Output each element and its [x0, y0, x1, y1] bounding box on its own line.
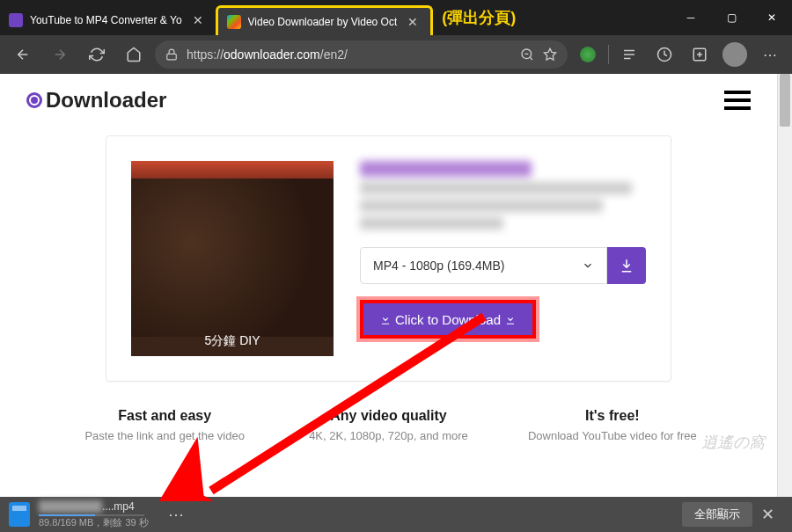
features-row: Fast and easy Paste the link and get the…	[53, 408, 724, 442]
window-controls: ─ ▢ ✕	[671, 0, 792, 35]
download-icon-button[interactable]	[607, 247, 646, 284]
site-header: Downloader	[0, 74, 777, 127]
page-content: Downloader 5分鐘 DIY MP4 - 1080p (169.4MB)	[0, 74, 792, 497]
lock-icon	[165, 48, 178, 61]
back-button[interactable]	[7, 39, 39, 70]
url-text: https://odownloader.com/en2/	[187, 47, 348, 62]
feature-title: It's free!	[510, 408, 715, 424]
home-button[interactable]	[118, 39, 150, 70]
download-card: 5分鐘 DIY MP4 - 1080p (169.4MB) Clic	[106, 135, 671, 382]
favorite-icon[interactable]	[543, 47, 557, 62]
file-icon	[9, 502, 30, 527]
download-more-button[interactable]: ⋯	[158, 505, 194, 524]
divider	[608, 45, 609, 64]
extension-icon[interactable]	[573, 40, 603, 69]
close-icon[interactable]: ✕	[189, 13, 207, 27]
download-icon	[619, 258, 634, 273]
reading-list-icon[interactable]	[614, 40, 644, 69]
menu-button[interactable]: ⋯	[755, 40, 785, 69]
window-titlebar: YouTube to MP4 Converter & Yo ✕ Video Do…	[0, 0, 792, 35]
close-button[interactable]: ✕	[752, 0, 792, 35]
video-thumbnail[interactable]: 5分鐘 DIY	[131, 161, 334, 356]
logo-text: Downloader	[46, 88, 166, 113]
address-bar[interactable]: https://odownloader.com/en2/	[155, 40, 568, 69]
tab-favicon	[9, 13, 23, 27]
profile-button[interactable]	[720, 40, 750, 69]
scrollbar[interactable]	[778, 74, 792, 497]
site-logo[interactable]: Downloader	[26, 88, 166, 113]
download-filename: xxxxxxxxxxxx....mp4	[39, 500, 149, 513]
minimize-button[interactable]: ─	[671, 0, 711, 35]
feature-item: It's free! Download YouTube video for fr…	[501, 408, 724, 442]
show-all-button[interactable]: 全部顯示	[682, 502, 752, 527]
feature-desc: Download YouTube video for free	[510, 429, 715, 442]
download-item[interactable]: xxxxxxxxxxxx....mp4 89.8/169 MB，剩餘 39 秒 …	[9, 500, 682, 529]
format-select[interactable]: MP4 - 1080p (169.4MB)	[360, 247, 607, 284]
chevron-down-icon	[582, 259, 594, 272]
tab-favicon	[227, 15, 241, 29]
svg-rect-0	[167, 54, 177, 59]
close-icon[interactable]: ✕	[404, 15, 422, 29]
avatar-icon	[722, 42, 747, 67]
feature-desc: Paste the link and get the video	[62, 429, 268, 442]
video-title-blurred	[360, 161, 646, 230]
click-download-button[interactable]: Click to Download	[360, 300, 536, 339]
history-icon[interactable]	[649, 40, 679, 69]
feature-item: Any video quality 4K, 2K, 1080p, 720p, a…	[276, 408, 500, 442]
zoom-icon[interactable]	[520, 47, 534, 62]
video-info: MP4 - 1080p (169.4MB) Click to Download	[360, 161, 646, 356]
maximize-button[interactable]: ▢	[711, 0, 752, 35]
logo-icon	[26, 92, 42, 108]
close-icon[interactable]: ✕	[752, 505, 783, 524]
click-download-label: Click to Download	[395, 312, 501, 327]
feature-desc: 4K, 2K, 1080p, 720p, and more	[285, 429, 491, 442]
browser-tab-1[interactable]: YouTube to MP4 Converter & Yo ✕	[0, 5, 216, 35]
format-label: MP4 - 1080p (169.4MB)	[373, 259, 504, 273]
download-progress-text: 89.8/169 MB，剩餘 39 秒	[39, 516, 149, 529]
format-row: MP4 - 1080p (169.4MB)	[360, 247, 646, 284]
browser-toolbar: https://odownloader.com/en2/ ⋯	[0, 35, 792, 74]
feature-item: Fast and easy Paste the link and get the…	[53, 408, 276, 442]
browser-tab-2[interactable]: Video Downloader by Video Oct ✕	[216, 5, 434, 35]
forward-button[interactable]	[44, 39, 76, 70]
feature-title: Any video quality	[285, 408, 491, 424]
collections-icon[interactable]	[685, 40, 715, 69]
hamburger-menu[interactable]	[724, 91, 751, 110]
tab-title: Video Downloader by Video Oct	[248, 16, 398, 28]
download-icon	[379, 313, 392, 325]
refresh-button[interactable]	[81, 39, 113, 70]
scrollbar-thumb[interactable]	[780, 74, 790, 127]
download-bar: xxxxxxxxxxxx....mp4 89.8/169 MB，剩餘 39 秒 …	[0, 497, 792, 532]
thumb-caption: 5分鐘 DIY	[131, 333, 334, 349]
tab-title: YouTube to MP4 Converter & Yo	[30, 14, 182, 26]
popup-annotation: (彈出分頁)	[442, 7, 516, 28]
feature-title: Fast and easy	[62, 408, 268, 424]
download-icon	[504, 313, 517, 325]
